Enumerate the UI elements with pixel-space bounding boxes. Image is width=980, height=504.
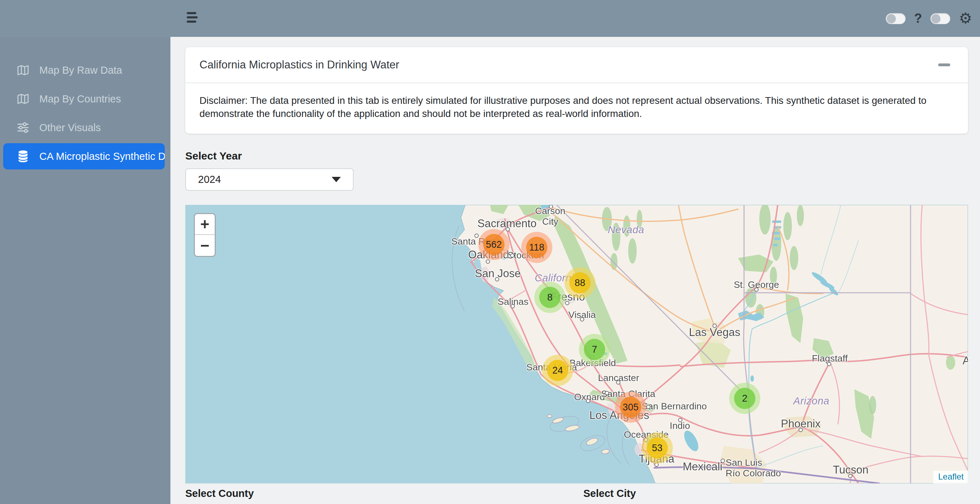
map-city-dot xyxy=(511,304,515,308)
toggle-switch-1[interactable] xyxy=(886,13,905,24)
map-city-dot xyxy=(510,254,514,258)
zoom-out-button[interactable]: − xyxy=(195,235,215,256)
sidebar-item-map-countries[interactable]: Map By Countries xyxy=(3,86,165,112)
minus-icon xyxy=(938,64,950,66)
map-city-dot xyxy=(827,362,831,366)
map-city-label: San Luis Río Colorado xyxy=(725,457,781,479)
map-city-dot xyxy=(713,324,717,328)
map-city-dot xyxy=(616,380,620,384)
leaflet-attribution-link[interactable]: Leaflet xyxy=(938,472,964,481)
sidebar: Map By Raw DataMap By CountriesOther Vis… xyxy=(0,36,170,504)
map-city-dot xyxy=(848,474,853,478)
card-header: California Microplastics in Drinking Wat… xyxy=(185,47,968,83)
sidebar-item-ca-synthetic[interactable]: CA Microplastic Synthetic Da xyxy=(3,143,165,169)
sidebar-item-label: Other Visuals xyxy=(39,122,101,134)
map-city-dot xyxy=(605,391,609,395)
sidebar-item-label: Map By Raw Data xyxy=(39,64,122,76)
cluster-count: 7 xyxy=(584,339,605,360)
cluster-marker-8[interactable]: 8 xyxy=(534,282,565,313)
cluster-count: 8 xyxy=(539,287,560,308)
map-state-label: Arizona xyxy=(793,395,829,407)
cluster-count: 88 xyxy=(570,272,590,293)
top-navbar: ? ⚙ xyxy=(0,0,980,37)
info-card: California Microplastics in Drinking Wat… xyxy=(185,47,968,134)
year-dropdown-value: 2024 xyxy=(198,174,221,185)
map-cluster-layer: 562118888724305253 xyxy=(185,205,968,483)
cluster-count: 24 xyxy=(547,360,568,381)
help-icon[interactable]: ? xyxy=(914,11,922,26)
cluster-marker-24[interactable]: 24 xyxy=(542,355,573,386)
cluster-marker-305[interactable]: 305 xyxy=(615,392,646,423)
disclaimer-text: Disclaimer: The data presented in this t… xyxy=(185,83,968,134)
map-zoom-control: + − xyxy=(194,213,216,257)
database-icon xyxy=(16,149,30,163)
map-icon xyxy=(16,92,30,106)
cluster-count: 53 xyxy=(647,437,668,459)
cluster-count: 562 xyxy=(483,234,504,255)
zoom-in-button[interactable]: + xyxy=(195,214,215,235)
map-city-label: Las Vegas xyxy=(689,326,740,339)
map-city-dot xyxy=(678,418,682,422)
map-city-dot xyxy=(754,287,759,292)
sidebar-item-other-visuals[interactable]: Other Visuals xyxy=(3,115,165,141)
year-dropdown[interactable]: 2024 xyxy=(185,168,353,191)
map-city-dot xyxy=(565,301,570,305)
sidebar-item-label: Map By Countries xyxy=(39,93,121,105)
chevron-down-icon xyxy=(332,177,341,182)
cluster-count: 2 xyxy=(734,388,756,409)
select-county-label: Select County xyxy=(185,488,570,499)
map-icon xyxy=(16,63,30,77)
card-title: California Microplastics in Drinking Wat… xyxy=(199,59,399,71)
sliders-icon xyxy=(16,121,30,135)
map-city-dot xyxy=(506,227,510,231)
sidebar-item-label: CA Microplastic Synthetic Da xyxy=(39,151,165,162)
map-city-dot xyxy=(486,260,490,264)
map-city-dot xyxy=(495,277,499,281)
toggle-switch-2[interactable] xyxy=(931,13,950,24)
map-state-label: Nevada xyxy=(608,224,644,236)
map-city-dot xyxy=(580,317,584,321)
sidebar-item-map-raw-data[interactable]: Map By Raw Data xyxy=(3,57,165,83)
leaflet-map[interactable]: SacramentoCarson CitySanta RosaOaklandSt… xyxy=(185,205,968,483)
cluster-marker-53[interactable]: 53 xyxy=(642,432,673,464)
map-city-label: Mexicali xyxy=(683,460,722,473)
sidebar-toggle-hamburger-icon[interactable] xyxy=(187,12,199,26)
cluster-marker-2[interactable]: 2 xyxy=(729,383,760,414)
map-city-label: A xyxy=(963,354,968,367)
map-attribution: Leaflet xyxy=(933,471,968,483)
main-content: California Microplastics in Drinking Wat… xyxy=(170,37,980,504)
map-city-dot xyxy=(799,428,803,432)
select-year-label: Select Year xyxy=(185,150,968,162)
map-city-label: San Bernardino xyxy=(642,401,707,411)
cluster-count: 118 xyxy=(526,237,547,258)
cluster-marker-118[interactable]: 118 xyxy=(521,232,552,263)
map-city-dot xyxy=(646,405,651,409)
gear-icon[interactable]: ⚙ xyxy=(959,11,972,26)
cluster-marker-562[interactable]: 562 xyxy=(478,229,509,260)
map-city-dot xyxy=(586,399,590,403)
collapse-card-button[interactable] xyxy=(935,58,954,72)
cluster-marker-7[interactable]: 7 xyxy=(579,334,610,365)
cluster-marker-88[interactable]: 88 xyxy=(565,267,596,298)
map-city-dot xyxy=(721,459,725,463)
select-city-label: Select City xyxy=(584,488,968,499)
cluster-count: 305 xyxy=(620,397,641,418)
map-city-dot xyxy=(474,234,479,238)
